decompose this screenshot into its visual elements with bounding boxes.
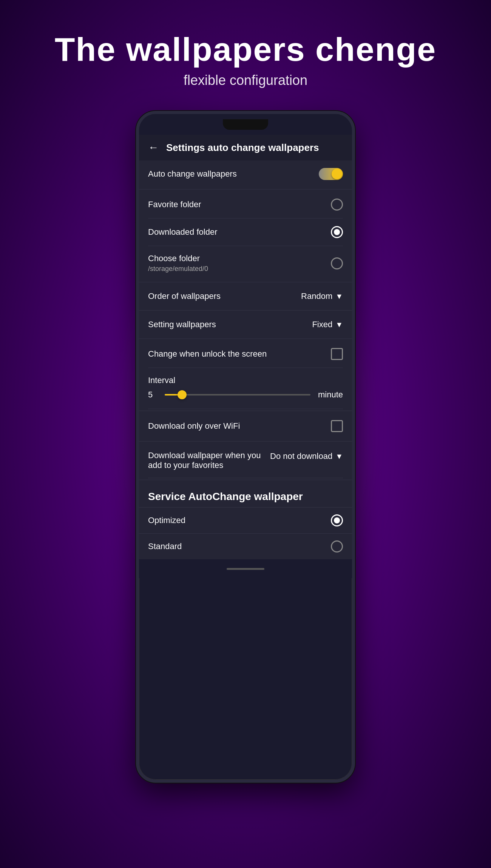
folder-section: Favorite folder Downloaded folder Choose… xyxy=(139,191,352,280)
download-fav-label-wrap: Download wallpaper when you add to your … xyxy=(148,451,270,470)
wifi-section: Download only over WiFi xyxy=(139,412,352,440)
order-label: Order of wallpapers xyxy=(148,291,221,301)
download-fav-section: Download wallpaper when you add to your … xyxy=(139,443,352,478)
choose-folder-text: Choose folder /storage/emulated/0 xyxy=(148,254,208,273)
setting-wp-row[interactable]: Setting wallpapers Fixed ▼ xyxy=(148,312,343,337)
toggle-knob xyxy=(332,169,342,179)
phone-top-bar xyxy=(139,114,352,135)
setting-wp-dropdown[interactable]: Fixed ▼ xyxy=(312,320,343,329)
settings-content: Auto change wallpapers Favorite folder D… xyxy=(139,160,352,559)
interval-slider[interactable] xyxy=(165,394,310,396)
home-indicator xyxy=(227,568,264,570)
app-bar-title: Settings auto change wallpapers xyxy=(166,142,319,154)
wifi-checkbox[interactable] xyxy=(331,420,343,432)
header-title: The wallpapers chenge xyxy=(55,30,436,69)
phone-bottom xyxy=(139,559,352,578)
order-dropdown-arrow: ▼ xyxy=(335,292,343,301)
unlock-section: Change when unlock the screen Interval 5… xyxy=(139,340,352,409)
back-button[interactable]: ← xyxy=(148,142,159,154)
unlock-label: Change when unlock the screen xyxy=(148,349,267,359)
favorite-folder-row[interactable]: Favorite folder xyxy=(148,191,343,219)
divider-3 xyxy=(139,310,352,311)
download-fav-dropdown[interactable]: Do not download ▼ xyxy=(270,451,343,461)
header-subtitle: flexible configuration xyxy=(55,72,436,88)
favorite-folder-radio[interactable] xyxy=(331,199,343,211)
power-button xyxy=(354,197,355,227)
phone-frame: ← Settings auto change wallpapers Auto c… xyxy=(136,111,355,783)
wifi-label: Download only over WiFi xyxy=(148,421,240,431)
divider-5 xyxy=(139,411,352,411)
unlock-checkbox[interactable] xyxy=(331,348,343,360)
order-section: Order of wallpapers Random ▼ xyxy=(139,284,352,309)
downloaded-folder-label: Downloaded folder xyxy=(148,227,217,237)
setting-wp-section: Setting wallpapers Fixed ▼ xyxy=(139,312,352,337)
setting-wp-value: Fixed xyxy=(312,320,332,329)
service-section: Service AutoChange wallpaper Optimized S… xyxy=(139,482,352,559)
service-header: Service AutoChange wallpaper xyxy=(139,482,352,507)
standard-row[interactable]: Standard xyxy=(139,533,352,559)
order-row[interactable]: Order of wallpapers Random ▼ xyxy=(148,284,343,309)
interval-section: Interval 5 minute xyxy=(148,368,343,409)
download-fav-dropdown-arrow: ▼ xyxy=(335,452,343,461)
optimized-row[interactable]: Optimized xyxy=(139,507,352,533)
slider-row: 5 minute xyxy=(148,390,343,400)
unlock-row: Change when unlock the screen xyxy=(148,340,343,368)
wifi-row: Download only over WiFi xyxy=(148,412,343,440)
order-dropdown[interactable]: Random ▼ xyxy=(301,291,343,301)
download-fav-row: Download wallpaper when you add to your … xyxy=(148,443,343,478)
setting-wp-label: Setting wallpapers xyxy=(148,320,216,329)
auto-change-toggle[interactable] xyxy=(319,168,343,180)
choose-folder-label: Choose folder xyxy=(148,254,208,263)
screen: ← Settings auto change wallpapers Auto c… xyxy=(139,135,352,559)
choose-folder-row[interactable]: Choose folder /storage/emulated/0 xyxy=(148,246,343,280)
interval-label: Interval xyxy=(148,376,343,385)
downloaded-folder-row[interactable]: Downloaded folder xyxy=(148,219,343,246)
interval-value: 5 xyxy=(148,390,159,400)
interval-unit: minute xyxy=(317,390,343,400)
download-fav-value: Do not download xyxy=(270,451,332,461)
downloaded-folder-radio[interactable] xyxy=(331,226,343,238)
app-bar: ← Settings auto change wallpapers xyxy=(139,135,352,160)
choose-folder-radio[interactable] xyxy=(331,257,343,269)
favorite-folder-label: Favorite folder xyxy=(148,200,201,209)
optimized-radio[interactable] xyxy=(331,514,343,526)
divider-1 xyxy=(139,189,352,189)
auto-change-section: Auto change wallpapers xyxy=(139,160,352,188)
header-section: The wallpapers chenge flexible configura… xyxy=(55,30,436,88)
download-fav-label: Download wallpaper when you add to your … xyxy=(148,451,264,470)
standard-label: Standard xyxy=(148,542,182,551)
order-value: Random xyxy=(301,291,332,301)
optimized-label: Optimized xyxy=(148,516,185,525)
divider-6 xyxy=(139,441,352,442)
volume-button xyxy=(354,235,355,288)
auto-change-label: Auto change wallpapers xyxy=(148,169,237,179)
phone-notch xyxy=(223,119,268,130)
choose-folder-path: /storage/emulated/0 xyxy=(148,265,208,273)
divider-7 xyxy=(139,480,352,480)
standard-radio[interactable] xyxy=(331,540,343,553)
setting-wp-dropdown-arrow: ▼ xyxy=(335,320,343,329)
divider-4 xyxy=(139,339,352,339)
slider-thumb[interactable] xyxy=(178,390,187,399)
auto-change-row: Auto change wallpapers xyxy=(148,160,343,188)
left-button xyxy=(136,212,137,250)
divider-2 xyxy=(139,282,352,282)
